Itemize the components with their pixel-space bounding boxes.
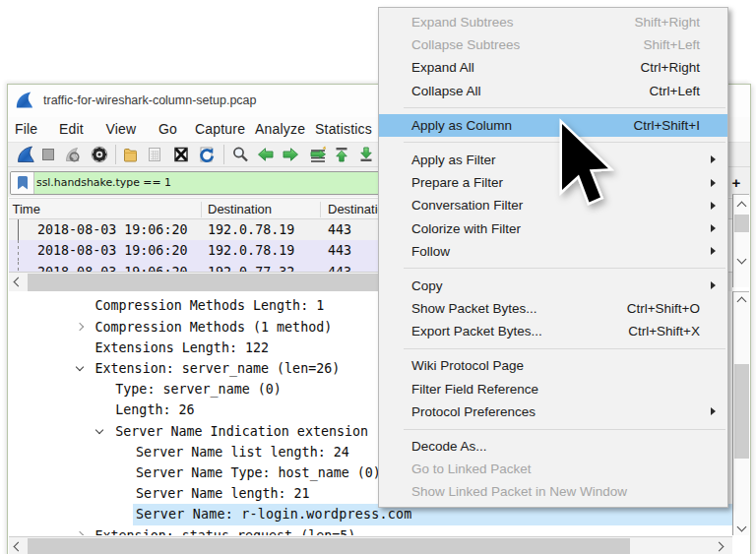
menu-item-show-linked-packet-in-new-window: Show Linked Packet in New Window xyxy=(379,480,727,503)
detail-vscrollbar[interactable] xyxy=(732,291,749,535)
reload-icon[interactable] xyxy=(198,146,216,163)
column-header-destination[interactable]: Destination xyxy=(208,199,272,219)
find-packet-icon[interactable] xyxy=(231,146,249,163)
detail-row-text: Server Name: r-login.wordpress.com xyxy=(136,504,411,524)
menu-item-label: Decode As... xyxy=(411,435,487,458)
packet-cell-time: 2018-08-03 19:06:20 xyxy=(37,262,187,272)
column-header-time[interactable]: Time xyxy=(13,199,40,219)
column-separator[interactable] xyxy=(320,202,321,217)
menu-separator xyxy=(404,429,725,430)
submenu-arrow-icon xyxy=(711,224,716,232)
menu-item-protocol-preferences[interactable]: Protocol Preferences xyxy=(379,400,727,423)
scroll-arrow-down-icon[interactable] xyxy=(736,523,746,532)
menu-item-filter-field-reference[interactable]: Filter Field Reference xyxy=(379,378,727,400)
menubar-item-capture[interactable]: Capture xyxy=(195,117,245,142)
menu-item-label: Wiki Protocol Page xyxy=(411,354,524,377)
menubar-item-analyze[interactable]: Analyze xyxy=(255,117,305,142)
scroll-arrow-right-icon[interactable] xyxy=(715,542,724,552)
packet-cell-port: 443 xyxy=(328,262,351,272)
packet-cell-destination: 192.0.78.19 xyxy=(208,219,294,240)
menubar-item-file[interactable]: File xyxy=(15,117,37,142)
scroll-arrow-up-icon[interactable] xyxy=(736,297,746,307)
packet-cell-time: 2018-08-03 19:06:20 xyxy=(37,240,187,261)
detail-row-text: Extension: status_request (len=5) xyxy=(95,525,356,535)
menu-item-label: Expand Subtrees xyxy=(411,11,514,33)
menu-item-label: Prepare a Filter xyxy=(411,171,503,194)
expander-expanded-icon[interactable] xyxy=(75,363,83,371)
packet-cell-destination: 192.0.78.19 xyxy=(208,240,294,261)
menubar-item-edit[interactable]: Edit xyxy=(59,117,84,142)
filter-expression-text: ssl.handshake.type == 1 xyxy=(36,172,171,194)
detail-row-text: Type: server_name (0) xyxy=(115,379,282,400)
stop-capture-icon[interactable] xyxy=(39,146,57,163)
scrollbar-thumb[interactable] xyxy=(734,364,749,459)
menu-item-label: Protocol Preferences xyxy=(411,400,536,423)
packet-cell-port: 443 xyxy=(328,219,351,240)
go-to-packet-icon[interactable] xyxy=(309,146,327,163)
packet-cell-time: 2018-08-03 19:06:20 xyxy=(37,219,187,240)
detail-row-text: Extension: server_name (len=26) xyxy=(95,358,341,379)
go-to-top-icon[interactable] xyxy=(333,146,350,163)
expander-collapsed-icon[interactable] xyxy=(75,530,83,535)
close-file-icon[interactable] xyxy=(172,146,190,163)
menu-item-label: Collapse Subtrees xyxy=(411,33,520,56)
menu-item-label: Follow xyxy=(411,240,450,263)
menu-item-export-packet-bytes[interactable]: Export Packet Bytes...Ctrl+Shift+X xyxy=(379,320,727,342)
open-file-icon[interactable] xyxy=(122,146,140,163)
detail-row[interactable]: Server Name: r-login.wordpress.com xyxy=(9,504,733,524)
scrollbar-thumb[interactable] xyxy=(28,538,630,554)
menu-item-expand-all[interactable]: Expand AllCtrl+Right xyxy=(379,56,727,79)
detail-row[interactable]: Extension: status_request (len=5) xyxy=(9,525,733,535)
scroll-arrow-up-icon[interactable] xyxy=(736,202,746,212)
submenu-arrow-icon xyxy=(711,281,716,289)
go-back-icon[interactable] xyxy=(257,146,275,163)
filter-bookmark-button[interactable] xyxy=(11,172,34,194)
start-capture-icon[interactable] xyxy=(17,146,34,163)
menu-item-label: Filter Field Reference xyxy=(411,378,538,400)
screen: traffic-for-wireshark-column-setup.pcap … xyxy=(0,0,756,554)
menu-item-label: Apply as Column xyxy=(411,114,512,137)
related-packet-line xyxy=(18,262,19,272)
capture-options-icon[interactable] xyxy=(91,146,108,163)
restart-capture-icon[interactable] xyxy=(64,146,82,163)
scroll-arrow-down-icon[interactable] xyxy=(736,255,746,265)
detail-row-text: Compression Methods (1 method) xyxy=(95,317,333,338)
filter-add-button[interactable]: + xyxy=(729,171,743,195)
menu-item-label: Export Packet Bytes... xyxy=(411,320,542,342)
save-file-icon[interactable] xyxy=(146,146,163,163)
expander-expanded-icon[interactable] xyxy=(95,425,103,433)
scrollbar-thumb[interactable] xyxy=(734,215,749,232)
detail-row-text: Server Name list length: 24 xyxy=(136,442,349,462)
menu-item-decode-as[interactable]: Decode As... xyxy=(379,435,727,458)
context-menu: Expand SubtreesShift+RightCollapse Subtr… xyxy=(378,7,728,508)
menu-item-follow[interactable]: Follow xyxy=(379,240,727,263)
menu-item-expand-subtrees: Expand SubtreesShift+Right xyxy=(379,11,727,33)
menu-item-show-packet-bytes[interactable]: Show Packet Bytes...Ctrl+Shift+O xyxy=(379,297,727,320)
toolbar-separator xyxy=(115,145,116,164)
detail-hscrollbar[interactable] xyxy=(9,536,732,554)
window-title: traffic-for-wireshark-column-setup.pcap xyxy=(43,85,257,117)
scroll-arrow-left-icon[interactable] xyxy=(14,277,24,287)
detail-row-text: Server Name Indication extension xyxy=(115,421,368,442)
menu-item-collapse-all[interactable]: Collapse AllCtrl+Left xyxy=(379,80,727,102)
menubar-item-go[interactable]: Go xyxy=(158,117,177,142)
scroll-arrow-left-icon[interactable] xyxy=(14,542,24,552)
menu-separator xyxy=(404,348,725,349)
menu-item-copy[interactable]: Copy xyxy=(379,275,727,297)
column-separator[interactable] xyxy=(201,202,202,217)
go-forward-icon[interactable] xyxy=(282,146,299,163)
menu-separator xyxy=(404,107,725,108)
submenu-arrow-icon xyxy=(711,202,716,210)
packet-list-vscrollbar[interactable] xyxy=(732,194,749,287)
menubar-item-statistics[interactable]: Statistics xyxy=(315,117,372,142)
menubar-item-view[interactable]: View xyxy=(106,117,137,142)
go-to-bottom-icon[interactable] xyxy=(357,146,375,163)
menu-item-shortcut: Shift+Right xyxy=(635,11,700,33)
menu-item-label: Copy xyxy=(411,275,443,297)
toolbar-separator xyxy=(223,145,224,164)
menu-item-shortcut: Ctrl+Shift+O xyxy=(627,297,700,320)
submenu-arrow-icon xyxy=(711,155,716,163)
menu-item-label: Show Linked Packet in New Window xyxy=(411,480,627,503)
menu-item-wiki-protocol-page[interactable]: Wiki Protocol Page xyxy=(379,354,727,377)
expander-collapsed-icon[interactable] xyxy=(75,322,83,330)
